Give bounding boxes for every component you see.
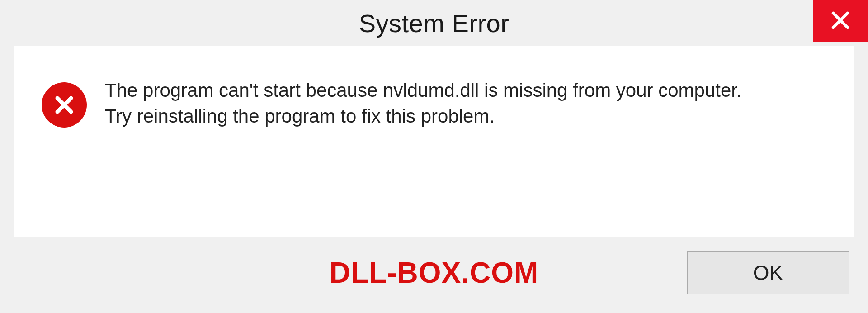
message-line-1: The program can't start because nvldumd.… xyxy=(105,78,826,104)
watermark-text: DLL-BOX.COM xyxy=(330,256,539,289)
content-panel: The program can't start because nvldumd.… xyxy=(14,46,854,237)
close-button[interactable] xyxy=(813,0,868,42)
message-line-2: Try reinstalling the program to fix this… xyxy=(105,104,826,129)
dialog-title: System Error xyxy=(359,9,509,38)
titlebar: System Error xyxy=(0,0,868,46)
ok-button[interactable]: OK xyxy=(687,251,849,294)
error-message: The program can't start because nvldumd.… xyxy=(105,78,826,129)
error-icon xyxy=(42,82,87,128)
dialog-footer: DLL-BOX.COM OK xyxy=(0,237,868,313)
close-icon xyxy=(830,9,851,33)
system-error-dialog: System Error The program can't start bec… xyxy=(0,0,868,313)
